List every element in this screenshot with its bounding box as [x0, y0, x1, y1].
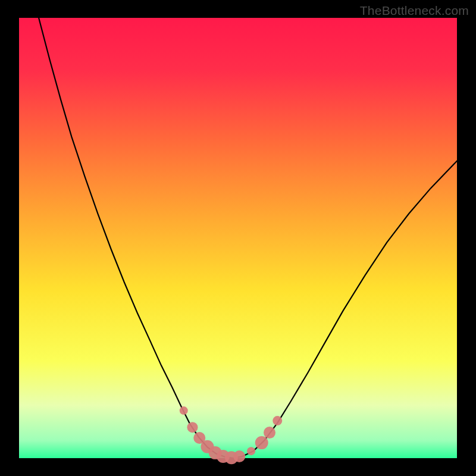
- marker-right-1: [255, 436, 268, 449]
- bottleneck-chart: [0, 0, 476, 476]
- marker-right-3: [273, 416, 282, 425]
- chart-container: TheBottleneck.com: [0, 0, 476, 476]
- marker-left-1: [187, 422, 198, 433]
- plot-background: [19, 18, 457, 458]
- watermark-text: TheBottleneck.com: [360, 4, 469, 18]
- marker-right-2: [264, 427, 275, 439]
- marker-right-0: [247, 447, 255, 455]
- marker-left-7: [233, 450, 245, 462]
- marker-left-0: [180, 406, 188, 415]
